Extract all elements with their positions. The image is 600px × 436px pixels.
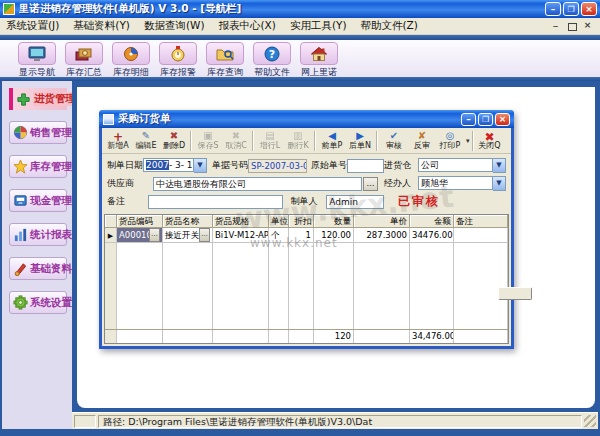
menu-report-center[interactable]: 报表中心(X) [218, 19, 275, 33]
cell-item-name[interactable]: 接近开关 … [163, 228, 213, 242]
sidebar-item-cash[interactable]: 现金管理 [9, 189, 67, 212]
supplier-browse-button[interactable]: … [363, 177, 378, 191]
toolbar-help-button[interactable]: ? 帮助文件 [251, 42, 293, 79]
menu-data-query[interactable]: 数据查询(W) [144, 19, 205, 33]
col-unit-price[interactable]: 单价 [354, 215, 410, 228]
audit-button[interactable]: 审核 [380, 131, 408, 150]
code-lookup-button[interactable]: … [149, 228, 160, 242]
sidebar-item-inventory[interactable]: 库存管理 [9, 155, 67, 178]
chevron-down-icon[interactable] [493, 158, 506, 173]
main-toolbar: 显示导航 库存汇总 库存明细 库存报警 库存查询 ? 帮助文件 [0, 40, 600, 77]
col-remark[interactable]: 备注 [454, 215, 508, 228]
brush-icon [12, 261, 28, 277]
pie-disc-icon [121, 46, 141, 62]
dialog-close-button[interactable] [495, 113, 510, 126]
sidebar-item-sales[interactable]: 销售管理 [9, 121, 67, 144]
restore-button[interactable] [563, 2, 579, 16]
toolbar-online-button[interactable]: 网上里诺 [298, 42, 340, 79]
toolbar-separator [190, 131, 192, 151]
dialog-title-bar: 采购订货单 [99, 110, 514, 128]
print-dropdown-caret[interactable]: ▾ [466, 137, 470, 145]
close-order-button[interactable]: 关闭Q [476, 131, 504, 150]
grid-totals-row: 120 34,476.00 [105, 329, 508, 343]
orig-no-input[interactable] [347, 159, 384, 173]
resize-grip[interactable] [584, 415, 596, 427]
sidebar-item-reports[interactable]: 统计报表 [9, 223, 67, 246]
scrollbar-thumb[interactable] [498, 287, 532, 300]
mdi-minimize-button[interactable] [549, 20, 562, 32]
sidebar-item-system[interactable]: 系统设置 [9, 291, 67, 314]
close-button[interactable] [581, 2, 597, 16]
chevron-down-icon[interactable] [493, 176, 506, 191]
warehouse-select[interactable]: 公司 [418, 158, 506, 173]
cell-unit-price[interactable]: 287.3000 [354, 228, 410, 242]
cell-amount[interactable]: 34476.00 [410, 228, 454, 242]
save-button[interactable]: 保存S [194, 131, 222, 150]
status-cell-left [74, 415, 96, 428]
monitor-icon [27, 46, 47, 62]
mdi-close-button[interactable] [581, 20, 594, 32]
cell-quantity[interactable]: 120.00 [314, 228, 354, 242]
menu-tools[interactable]: 实用工具(Y) [290, 19, 347, 33]
alarm-icon [168, 46, 188, 62]
col-unit[interactable]: 单位 [269, 215, 289, 228]
toolbar-show-navigation-button[interactable]: 显示导航 [16, 42, 58, 79]
sidebar-item-purchase[interactable]: 进货管理 [9, 88, 67, 110]
help-icon: ? [263, 46, 281, 62]
dialog-toolbar: 新增A 编辑E 删除D 保存S 取消C 增行L 删行K 前单P 后单N 审核 反… [102, 128, 511, 154]
print-button[interactable]: 打印P [436, 131, 464, 150]
col-quantity[interactable]: 数量 [314, 215, 354, 228]
gear-icon [12, 295, 28, 311]
edit-button[interactable]: 编辑E [132, 131, 160, 150]
toolbar-stock-summary-button[interactable]: 库存汇总 [63, 42, 105, 79]
unaudit-button[interactable]: 反审 [408, 131, 436, 150]
doc-no-value: SP-2007-03-01-0001 [248, 159, 307, 173]
table-row[interactable]: A00010 … 接近开关 … Bi1V-M12-AP6Z-H 个 1 120.… [105, 228, 508, 243]
cell-remark[interactable] [454, 228, 508, 242]
window-title: 里诺进销存管理软件(单机版) V 3.0 - [导航栏] [19, 2, 545, 16]
orig-no-label: 原始单号 [311, 159, 347, 172]
dialog-title: 采购订货单 [118, 112, 461, 126]
grid-empty-area [105, 243, 508, 329]
toolbar-stock-query-button[interactable]: 库存查询 [204, 42, 246, 79]
delete-button[interactable]: 删除D [160, 131, 188, 150]
cell-unit[interactable]: 个 [269, 228, 289, 242]
col-item-name[interactable]: 货品名称 [163, 215, 213, 228]
col-discount[interactable]: 折扣 [289, 215, 314, 228]
cell-item-spec[interactable]: Bi1V-M12-AP6Z-H [213, 228, 269, 242]
add-row-button[interactable]: 增行L [256, 131, 284, 150]
remark-input[interactable] [148, 195, 283, 209]
mdi-restore-button[interactable] [565, 20, 578, 32]
row-indicator [105, 228, 117, 242]
menu-help[interactable]: 帮助文件(Z) [360, 19, 417, 33]
folder-search-icon [215, 46, 235, 62]
col-amount[interactable]: 金额 [410, 215, 454, 228]
toolbar-stock-alert-button[interactable]: 库存报警 [157, 42, 199, 79]
previous-order-button[interactable]: 前单P [318, 131, 346, 150]
name-lookup-button[interactable]: … [199, 228, 210, 242]
new-button[interactable]: 新增A [104, 131, 132, 150]
menu-system-settings[interactable]: 系统设置(J) [6, 19, 59, 33]
cell-discount[interactable]: 1 [289, 228, 314, 242]
col-item-code[interactable]: 货品编码 [117, 215, 163, 228]
cell-item-code[interactable]: A00010 … [117, 228, 163, 242]
next-order-button[interactable]: 后单N [346, 131, 374, 150]
cancel-button[interactable]: 取消C [222, 131, 250, 150]
chevron-down-icon[interactable] [194, 158, 207, 173]
app-window: 里诺进销存管理软件(单机版) V 3.0 - [导航栏] 系统设置(J) 基础资… [0, 0, 600, 436]
grid-header-row: 货品编码 货品名称 货品规格 单位 折扣 数量 单价 金额 备注 [105, 215, 508, 228]
svg-text:?: ? [269, 48, 275, 61]
dialog-minimize-button[interactable] [461, 113, 476, 126]
date-picker[interactable]: 2007- 3- 1 [143, 158, 207, 173]
dialog-maximize-button[interactable] [478, 113, 493, 126]
menu-base-data[interactable]: 基础资料(Y) [73, 19, 130, 33]
total-amount: 34,476.00 [410, 330, 454, 343]
col-item-spec[interactable]: 货品规格 [213, 215, 269, 228]
minimize-button[interactable] [545, 2, 561, 16]
cash-box-icon [12, 193, 28, 209]
delete-row-button[interactable]: 删行K [284, 131, 312, 150]
sidebar-item-base-data[interactable]: 基础资料 [9, 257, 67, 280]
agent-select[interactable]: 顾旭华 [418, 176, 506, 191]
toolbar-stock-detail-button[interactable]: 库存明细 [110, 42, 152, 79]
supplier-input[interactable]: 中达电通股份有限公司 [153, 177, 362, 191]
